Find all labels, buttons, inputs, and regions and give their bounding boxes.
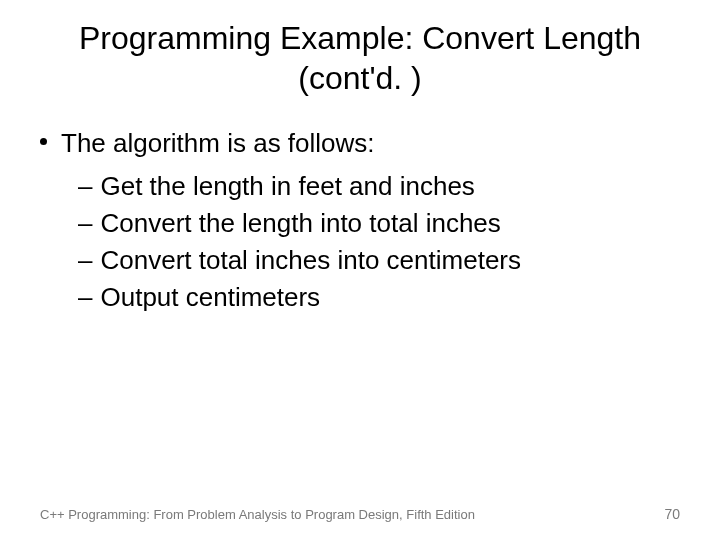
step-text: Convert total inches into centimeters [100, 243, 521, 278]
footer-source: C++ Programming: From Problem Analysis t… [40, 507, 475, 522]
slide-body: The algorithm is as follows: – Get the l… [40, 126, 680, 315]
step-text: Convert the length into total inches [100, 206, 500, 241]
step-list: – Get the length in feet and inches – Co… [78, 169, 680, 315]
dash-icon: – [78, 169, 92, 204]
dash-icon: – [78, 243, 92, 278]
dash-icon: – [78, 206, 92, 241]
list-item: – Convert total inches into centimeters [78, 243, 680, 278]
dash-icon: – [78, 280, 92, 315]
step-text: Get the length in feet and inches [100, 169, 474, 204]
slide-footer: C++ Programming: From Problem Analysis t… [40, 506, 680, 522]
list-item: – Convert the length into total inches [78, 206, 680, 241]
list-item: – Output centimeters [78, 280, 680, 315]
intro-bullet: The algorithm is as follows: [40, 126, 680, 161]
intro-text: The algorithm is as follows: [61, 126, 375, 161]
slide-title: Programming Example: Convert Length (con… [40, 18, 680, 98]
page-number: 70 [664, 506, 680, 522]
list-item: – Get the length in feet and inches [78, 169, 680, 204]
step-text: Output centimeters [100, 280, 320, 315]
bullet-dot-icon [40, 138, 47, 145]
